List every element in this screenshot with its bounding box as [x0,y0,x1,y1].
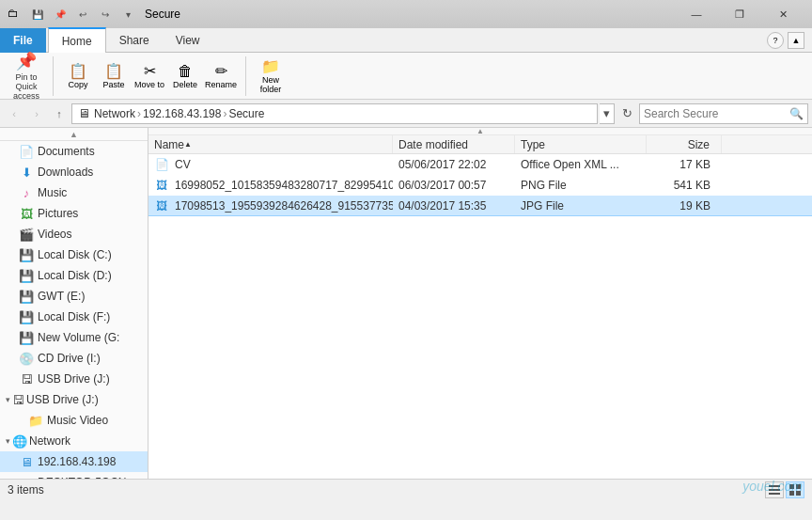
ribbon-collapse-button[interactable]: ▲ [788,32,804,49]
view-details-button[interactable] [786,481,804,498]
downloads-icon: ⬇ [19,165,34,180]
ribbon-tabs: File Home Share View ? ▲ [0,28,812,53]
sidebar-item-new-volume-g[interactable]: 💾 New Volume (G: [0,327,148,348]
svg-rect-1 [769,489,780,491]
tab-home[interactable]: Home [48,27,106,53]
videos-icon: 🎬 [19,227,34,242]
back-button[interactable]: ‹ [4,103,24,124]
img2-type: JPG File [521,199,564,213]
ribbon-rename-btn[interactable]: ✏Rename [204,56,238,96]
window-title: Secure [145,8,675,21]
file-cell-img2-type: JPG File [515,196,647,215]
tab-view[interactable]: View [163,28,213,53]
ribbon-delete-btn[interactable]: 🗑Delete [168,56,202,96]
sidebar-item-local-f[interactable]: 💾 Local Disk (F:) [0,307,148,327]
sidebar-item-music[interactable]: ♪ Music [0,182,148,203]
sidebar-item-pictures[interactable]: 🖼 Pictures [0,203,148,224]
sidebar-label-desktop-5qcn: DESKTOP-5QCN [38,476,126,479]
quick-pin-btn[interactable]: 📌 [51,5,70,24]
sidebar-item-local-c[interactable]: 💾 Local Disk (C:) [0,244,148,265]
ribbon-help-button[interactable]: ? [767,32,784,49]
col-header-date[interactable]: Date modified [393,135,515,153]
ip-198-icon: 🖥 [19,454,34,469]
col-header-name[interactable]: Name [148,135,393,153]
quick-save-btn[interactable]: 💾 [28,5,47,24]
tab-file[interactable]: File [0,28,46,53]
close-button[interactable]: ✕ [761,0,804,28]
file-cell-img2-size: 19 KB [647,196,722,215]
img1-type: PNG File [521,179,567,192]
file-cell-img1-date: 06/03/2017 00:57 [393,175,515,195]
sidebar-item-gwt-e[interactable]: 💾 GWT (E:) [0,286,148,307]
search-box: 🔍 [639,103,808,124]
sidebar-item-downloads[interactable]: ⬇ Downloads [0,162,148,182]
sidebar-item-desktop-5qcn[interactable]: 🖥 DESKTOP-5QCN [0,472,148,479]
quick-undo-btn[interactable]: ↩ [73,5,92,24]
sort-indicator-bar: ▲ [148,128,812,135]
col-type-label: Type [521,138,545,151]
view-list-button[interactable] [765,481,784,498]
search-input[interactable] [644,107,788,120]
col-header-type[interactable]: Type [515,135,647,153]
ribbon-copy-btn[interactable]: 📋Copy [61,56,95,96]
file-row-img2[interactable]: 🖼 17098513_1955939284626428_9155377357..… [148,196,812,216]
svg-rect-3 [789,484,794,489]
ribbon-newfolder-btn[interactable]: 📁New folder [254,56,288,96]
file-list: ▲ Name Date modified Type Size 📄 CV [148,128,812,479]
desktop-5qcn-icon: 🖥 [19,475,34,479]
file-row-cv[interactable]: 📄 CV 05/06/2017 22:02 Office Open XML ..… [148,154,812,175]
address-bar: ‹ › ↑ 🖥 Network › 192.168.43.198 › Secur… [0,100,812,128]
sidebar-item-documents[interactable]: 📄 Documents [0,141,148,162]
ribbon-move-btn[interactable]: ✂Move to [133,56,166,96]
sidebar-section-usb-j[interactable]: ▾ 🖫 USB Drive (J:) [0,389,148,410]
ribbon-paste-btn[interactable]: 📋Paste [97,56,131,96]
quick-redo-btn[interactable]: ↪ [96,5,115,24]
refresh-button[interactable]: ↻ [617,103,637,124]
sidebar-label-gwt-e: GWT (E:) [38,290,85,303]
drive-g-icon: 💾 [19,330,34,345]
status-bar: 3 items [0,479,812,499]
music-video-icon: 📁 [28,413,43,428]
cv-type: Office Open XML ... [521,158,619,171]
documents-icon: 📄 [19,144,34,159]
sidebar-scroll-up[interactable]: ▲ [0,128,148,141]
path-segment-secure[interactable]: Secure [228,107,264,120]
col-date-label: Date modified [398,138,468,151]
svg-rect-5 [789,491,794,496]
ribbon-pin-btn[interactable]: 📌 Pin to Quick access [8,56,45,96]
forward-button[interactable]: › [26,103,47,124]
restore-button[interactable]: ❐ [718,0,761,28]
path-segment-ip[interactable]: 192.168.43.198 [143,107,221,120]
file-cell-img1-name: 🖼 16998052_10158359483280717_829954104..… [148,175,393,195]
minimize-button[interactable]: — [675,0,718,28]
file-row-img1[interactable]: 🖼 16998052_10158359483280717_829954104..… [148,175,812,196]
col-name-label: Name [154,138,184,151]
svg-rect-2 [769,493,780,495]
sidebar-item-usb-j[interactable]: 🖫 USB Drive (J:) [0,369,148,389]
ribbon-organize-group: 📋Copy 📋Paste ✂Move to 🗑Delete ✏Rename [61,56,246,96]
img1-size: 541 KB [674,179,710,192]
window-icon: 🗀 [8,7,23,22]
svg-rect-6 [796,491,801,496]
drive-d-icon: 💾 [19,268,34,283]
quick-dropdown-btn[interactable]: ▾ [118,5,137,24]
sidebar-item-videos[interactable]: 🎬 Videos [0,224,148,244]
sidebar-section-network[interactable]: ▾ 🌐 Network [0,431,148,451]
sidebar-item-music-video[interactable]: 📁 Music Video [0,410,148,431]
sidebar-label-ip-198: 192.168.43.198 [38,455,116,468]
img2-size: 19 KB [679,199,710,213]
path-segment-network[interactable]: Network [94,107,135,120]
address-dropdown-button[interactable]: ▾ [600,103,615,124]
ribbon-new-group: 📁New folder [254,56,288,96]
sidebar-item-cd-i[interactable]: 💿 CD Drive (I:) [0,348,148,369]
sidebar-section-usb-label: USB Drive (J:) [26,393,99,406]
ribbon-clipboard-group: 📌 Pin to Quick access [8,56,54,96]
sidebar-item-local-d[interactable]: 💾 Local Disk (D:) [0,265,148,286]
sidebar-item-ip-198[interactable]: 🖥 192.168.43.198 [0,451,148,472]
svg-rect-0 [769,485,780,487]
usb-section-icon: 🖫 [12,393,24,407]
up-button[interactable]: ↑ [49,103,70,124]
file-cell-cv-type: Office Open XML ... [515,154,647,174]
col-header-size[interactable]: Size [647,135,722,153]
tab-share[interactable]: Share [106,28,163,53]
